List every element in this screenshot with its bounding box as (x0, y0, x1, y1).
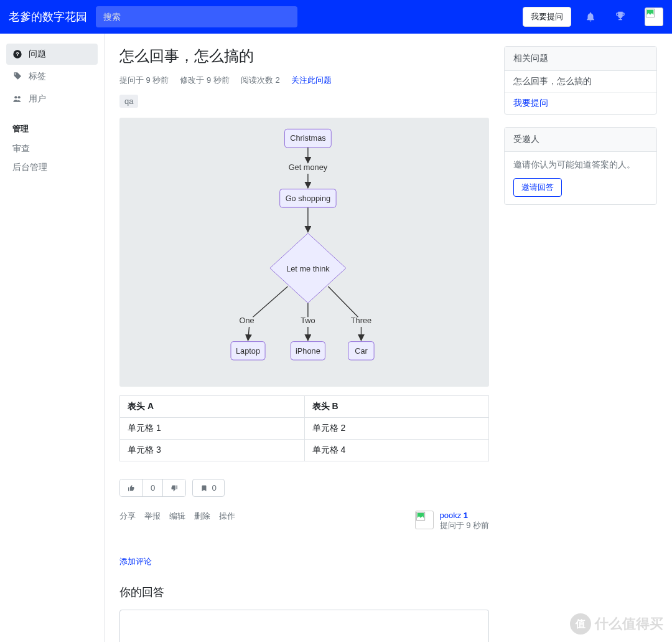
ask-question-button[interactable]: 我要提问 (523, 7, 571, 27)
header: 老爹的数字花园 我要提问 (0, 0, 672, 34)
svg-text:Car: Car (355, 346, 368, 356)
meta-asked: 提问于 9 秒前 (119, 75, 169, 86)
svg-line-24 (248, 327, 250, 341)
answer-heading: 你的回答 (119, 585, 489, 600)
svg-line-23 (253, 286, 287, 317)
table-header: 表头 A (120, 396, 305, 418)
sidebar-item-label: 问题 (29, 49, 46, 60)
bookmark-button[interactable]: 0 (192, 479, 224, 497)
related-heading: 相关问题 (505, 47, 656, 71)
related-ask-link[interactable]: 我要提问 (505, 93, 656, 114)
flowchart-diagram: Christmas Get money Go shopping Let me t… (119, 118, 489, 387)
question-meta: 提问于 9 秒前 修改于 9 秒前 阅读次数 2 关注此问题 (119, 75, 489, 86)
author-rep: 1 (464, 511, 468, 520)
sidebar-item-admin[interactable]: 后台管理 (6, 158, 98, 177)
author-card: pookz 1 提问于 9 秒前 (415, 511, 489, 531)
meta-views: 阅读次数 2 (241, 75, 280, 86)
invitees-card: 受邀人 邀请你认为可能知道答案的人。 邀请回答 (504, 127, 657, 205)
tag-icon (12, 72, 22, 82)
sidebar-item-questions[interactable]: ? 问题 (6, 44, 98, 65)
bookmark-count: 0 (212, 483, 216, 493)
svg-text:Three: Three (351, 316, 371, 325)
bell-icon[interactable] (584, 10, 597, 24)
svg-text:Laptop: Laptop (236, 346, 260, 356)
thumbs-down-icon (170, 484, 178, 492)
svg-point-3 (18, 96, 21, 98)
author-time: 提问于 9 秒前 (440, 521, 489, 530)
svg-text:Two: Two (301, 316, 315, 325)
svg-text:iPhone: iPhone (296, 346, 320, 356)
ops-link[interactable]: 操作 (219, 511, 235, 522)
brand[interactable]: 老爹的数字花园 (9, 9, 87, 24)
table-header: 表头 B (304, 396, 489, 418)
invite-button[interactable]: 邀请回答 (513, 178, 562, 197)
thumbs-up-icon (128, 484, 135, 492)
svg-text:?: ? (16, 51, 19, 57)
downvote-button[interactable] (162, 479, 185, 496)
question-icon: ? (12, 49, 22, 59)
related-card: 相关问题 怎么回事，怎么搞的 我要提问 (504, 46, 657, 115)
sidebar-admin-heading: 管理 (12, 123, 91, 135)
content-table: 表头 A 表头 B 单元格 1单元格 2 单元格 3单元格 4 (119, 395, 489, 461)
search-input[interactable] (96, 6, 297, 27)
avatar[interactable] (645, 7, 663, 26)
share-link[interactable]: 分享 (119, 511, 136, 522)
trophy-icon[interactable] (614, 10, 627, 24)
bookmark-icon (200, 484, 208, 493)
users-icon (12, 94, 22, 104)
svg-text:Christmas: Christmas (290, 133, 325, 143)
sidebar: ? 问题 标签 用户 管理 审查 后台管理 (0, 34, 105, 642)
action-links: 分享 举报 编辑 删除 操作 (119, 511, 235, 522)
follow-question-link[interactable]: 关注此问题 (291, 75, 332, 86)
question-title: 怎么回事，怎么搞的 (119, 46, 489, 66)
sidebar-item-review[interactable]: 审查 (6, 139, 98, 158)
author-avatar[interactable] (415, 511, 434, 529)
table-row: 单元格 3单元格 4 (120, 440, 489, 461)
edit-link[interactable]: 编辑 (169, 511, 185, 522)
meta-modified: 修改于 9 秒前 (180, 75, 229, 86)
sidebar-item-tags[interactable]: 标签 (6, 66, 98, 87)
svg-text:Get money: Get money (289, 163, 328, 172)
upvote-button[interactable] (120, 479, 142, 496)
table-row: 单元格 1单元格 2 (120, 418, 489, 440)
add-comment-link[interactable]: 添加评论 (119, 556, 489, 567)
answer-editor[interactable] (119, 610, 489, 642)
flag-link[interactable]: 举报 (144, 511, 161, 522)
delete-link[interactable]: 删除 (194, 511, 210, 522)
tag-chip[interactable]: qa (119, 95, 138, 108)
svg-point-2 (14, 96, 17, 98)
svg-text:Let me think: Let me think (286, 264, 330, 273)
invitees-heading: 受邀人 (505, 128, 656, 152)
sidebar-item-users[interactable]: 用户 (6, 88, 98, 110)
svg-line-27 (328, 286, 358, 317)
sidebar-item-label: 标签 (29, 71, 46, 82)
sidebar-item-label: 用户 (29, 93, 46, 105)
svg-text:One: One (239, 316, 254, 325)
invitees-desc: 邀请你认为可能知道答案的人。 (513, 159, 648, 171)
vote-group: 0 (119, 479, 186, 497)
author-name-link[interactable]: pookz (440, 511, 462, 520)
vote-count: 0 (142, 479, 162, 496)
related-item[interactable]: 怎么回事，怎么搞的 (505, 71, 656, 93)
svg-text:Go shopping: Go shopping (286, 194, 330, 203)
